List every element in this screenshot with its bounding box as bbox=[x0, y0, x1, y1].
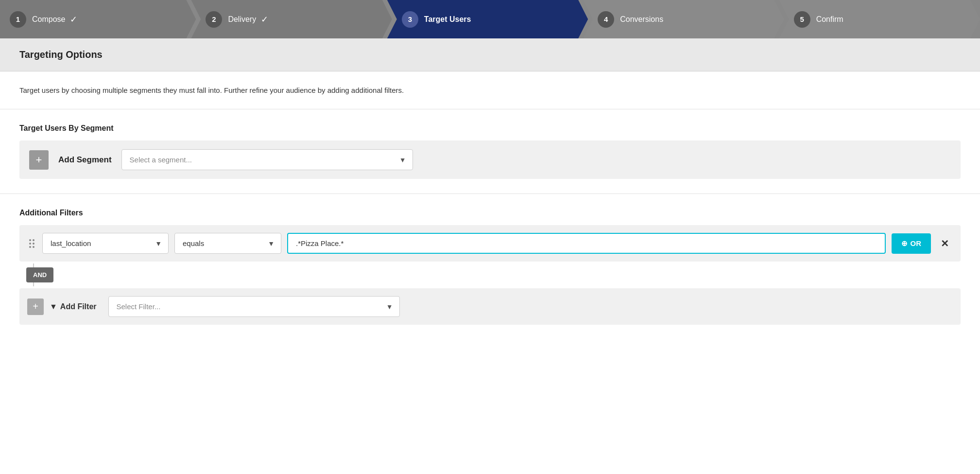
segment-select[interactable]: Select a segment... bbox=[121, 149, 413, 170]
step-number-compose: 1 bbox=[10, 11, 26, 28]
add-filter-plus-icon[interactable]: + bbox=[27, 298, 44, 315]
step-number-delivery: 2 bbox=[206, 11, 222, 28]
step-label-confirm: Confirm bbox=[816, 15, 843, 24]
drag-handle[interactable] bbox=[27, 237, 36, 250]
step-delivery[interactable]: 2 Delivery ✓ bbox=[191, 0, 392, 38]
drag-dot-row-1 bbox=[29, 239, 34, 241]
segment-section-title: Target Users By Segment bbox=[19, 124, 961, 133]
attribute-select[interactable]: last_location bbox=[42, 233, 169, 254]
filters-section-title: Additional Filters bbox=[19, 209, 961, 217]
filters-section: Additional Filters last_loca bbox=[0, 194, 980, 339]
section-header: Targeting Options bbox=[0, 38, 980, 71]
drag-dot bbox=[33, 243, 34, 245]
add-filter-select[interactable]: Select Filter... bbox=[108, 296, 400, 317]
add-filter-label: ▼ Add Filter bbox=[50, 302, 97, 311]
filter-funnel-icon: ▼ bbox=[50, 302, 57, 311]
add-segment-row: + Add Segment Select a segment... ▼ bbox=[19, 140, 961, 179]
step-compose[interactable]: 1 Compose ✓ bbox=[0, 0, 196, 38]
step-check-delivery: ✓ bbox=[261, 14, 268, 25]
step-label-compose: Compose bbox=[32, 15, 65, 24]
drag-dot-row-2 bbox=[29, 243, 34, 245]
step-label-delivery: Delivery bbox=[228, 15, 256, 24]
filter-row-1: last_location ▼ equals ▼ ⊕ OR ✕ bbox=[19, 225, 961, 262]
drag-dot bbox=[29, 246, 31, 248]
step-number-confirm: 5 bbox=[794, 11, 810, 28]
add-segment-label: Add Segment bbox=[58, 155, 112, 165]
stepper: 1 Compose ✓ 2 Delivery ✓ 3 Target Users … bbox=[0, 0, 980, 38]
add-segment-plus-icon[interactable]: + bbox=[29, 150, 49, 170]
operator-select-wrapper: equals ▼ bbox=[174, 233, 281, 254]
and-button[interactable]: AND bbox=[26, 267, 53, 282]
drag-dot-row-3 bbox=[29, 246, 34, 248]
step-label-target: Target Users bbox=[424, 15, 471, 24]
drag-dot bbox=[33, 239, 34, 241]
drag-dot bbox=[29, 239, 31, 241]
description-text: Target users by choosing multiple segmen… bbox=[0, 71, 980, 109]
and-connector: AND bbox=[19, 263, 961, 286]
step-check-compose: ✓ bbox=[70, 14, 77, 25]
or-button-plus-icon: ⊕ bbox=[901, 239, 908, 248]
step-conversions[interactable]: 4 Conversions bbox=[583, 0, 784, 38]
drag-dot bbox=[33, 246, 34, 248]
segment-section: Target Users By Segment + Add Segment Se… bbox=[0, 109, 980, 194]
step-confirm[interactable]: 5 Confirm bbox=[779, 0, 980, 38]
step-label-conversions: Conversions bbox=[620, 15, 663, 24]
step-target-users[interactable]: 3 Target Users bbox=[387, 0, 588, 38]
main-content: Targeting Options Target users by choosi… bbox=[0, 38, 980, 474]
step-number-target: 3 bbox=[402, 11, 418, 28]
filter-value-input[interactable] bbox=[287, 233, 886, 254]
step-number-conversions: 4 bbox=[598, 11, 614, 28]
add-filter-select-wrapper: Select Filter... ▼ bbox=[108, 296, 400, 317]
or-button-label: OR bbox=[911, 239, 922, 247]
targeting-options-title: Targeting Options bbox=[19, 49, 961, 60]
attribute-select-wrapper: last_location ▼ bbox=[42, 233, 169, 254]
segment-select-wrapper: Select a segment... ▼ bbox=[121, 149, 413, 170]
drag-dot bbox=[29, 243, 31, 245]
delete-filter-button[interactable]: ✕ bbox=[937, 236, 953, 251]
add-filter-row: + ▼ Add Filter Select Filter... ▼ bbox=[19, 288, 961, 325]
or-button[interactable]: ⊕ OR bbox=[892, 233, 931, 254]
operator-select[interactable]: equals bbox=[174, 233, 281, 254]
